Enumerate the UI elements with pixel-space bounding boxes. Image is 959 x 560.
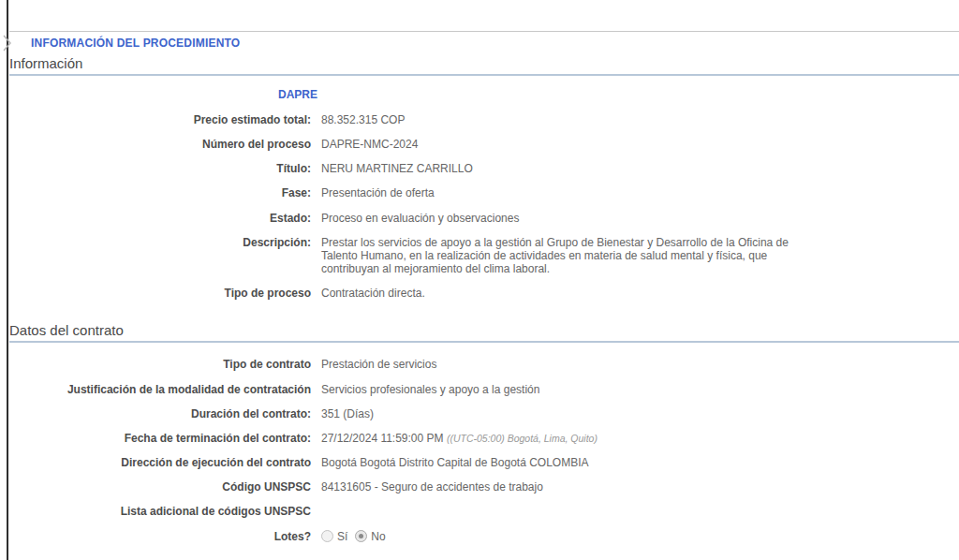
field-row-fase: Fase: Presentación de oferta xyxy=(9,186,959,199)
datos-contrato-fields: Tipo de contrato Prestación de servicios… xyxy=(9,343,959,542)
lotes-option-no[interactable]: No xyxy=(355,530,385,543)
field-row-tipo-contrato: Tipo de contrato Prestación de servicios xyxy=(9,358,959,371)
field-label: Título: xyxy=(9,162,311,175)
procedure-header-title: INFORMACIÓN DEL PROCEDIMIENTO xyxy=(31,37,240,50)
field-value: Bogotá Bogotá Distrito Capital de Bogotá… xyxy=(321,456,589,469)
field-label: Fase: xyxy=(9,186,311,199)
field-value: 27/12/2024 11:59:00 PM ((UTC-05:00) Bogo… xyxy=(321,432,598,445)
chevron-right-icon[interactable] xyxy=(2,35,15,52)
field-row-fecha-terminacion: Fecha de terminación del contrato: 27/12… xyxy=(9,432,959,445)
lotes-radio-group: Sí No xyxy=(321,530,393,543)
radio-label: No xyxy=(371,530,385,543)
entity-name: DAPRE xyxy=(278,88,317,101)
field-label: Número del proceso xyxy=(9,138,311,151)
field-value: Proceso en evaluación y observaciones xyxy=(321,212,519,225)
field-row-lotes: Lotes? Sí No xyxy=(9,530,959,543)
field-row-direccion: Dirección de ejecución del contrato Bogo… xyxy=(9,456,959,469)
field-label: Justificación de la modalidad de contrat… xyxy=(9,383,311,396)
field-row-numero-proceso: Número del proceso DAPRE-NMC-2024 xyxy=(9,138,959,151)
timezone-note: ((UTC-05:00) Bogotá, Lima, Quito) xyxy=(447,433,598,444)
section-heading-informacion: Información xyxy=(9,54,959,76)
section-heading-datos-contrato: Datos del contrato xyxy=(9,321,959,343)
field-value: Presentación de oferta xyxy=(321,186,435,199)
field-label: Código UNSPSC xyxy=(9,480,311,494)
field-label: Dirección de ejecución del contrato xyxy=(9,456,311,469)
radio-checked-icon[interactable] xyxy=(355,530,367,542)
field-label: Duración del contrato: xyxy=(9,407,311,420)
field-row-justificacion: Justificación de la modalidad de contrat… xyxy=(9,383,959,396)
field-row-tipo-proceso: Tipo de proceso Contratación directa. xyxy=(9,287,959,300)
panel-left-border xyxy=(7,0,8,560)
radio-unchecked-icon[interactable] xyxy=(321,530,333,542)
field-label: Estado: xyxy=(9,212,311,225)
field-value: NERU MARTINEZ CARRILLO xyxy=(321,162,473,175)
fecha-value: 27/12/2024 11:59:00 PM xyxy=(321,432,444,445)
field-row-codigo-unspsc: Código UNSPSC 84131605 - Seguro de accid… xyxy=(9,480,959,494)
field-value: 84131605 - Seguro de accidentes de traba… xyxy=(321,480,543,494)
field-label: Lista adicional de códigos UNSPSC xyxy=(9,505,311,518)
lotes-option-si[interactable]: Sí xyxy=(321,530,347,543)
field-row-descripcion: Descripción: Prestar los servicios de ap… xyxy=(9,236,959,275)
field-row-duracion: Duración del contrato: 351 (Días) xyxy=(9,407,959,420)
field-value: Prestación de servicios xyxy=(321,358,436,371)
field-value: DAPRE-NMC-2024 xyxy=(321,138,418,151)
field-row-precio-estimado: Precio estimado total: 88.352.315 COP xyxy=(9,113,959,126)
field-label: Precio estimado total: xyxy=(9,113,311,126)
field-label: Descripción: xyxy=(9,236,311,275)
field-row-titulo: Título: NERU MARTINEZ CARRILLO xyxy=(9,162,959,175)
informacion-fields: DAPRE Precio estimado total: 88.352.315 … xyxy=(9,76,959,300)
field-label: Fecha de terminación del contrato: xyxy=(9,432,311,445)
procedure-info-panel: INFORMACIÓN DEL PROCEDIMIENTO Informació… xyxy=(9,0,959,560)
field-row-estado: Estado: Proceso en evaluación y observac… xyxy=(9,212,959,225)
field-value: Prestar los servicios de apoyo a la gest… xyxy=(321,236,827,275)
field-value: Servicios profesionales y apoyo a la ges… xyxy=(321,383,539,396)
field-row-lista-adicional: Lista adicional de códigos UNSPSC xyxy=(9,505,959,518)
field-value: 351 (Días) xyxy=(321,407,374,420)
field-label: Lotes? xyxy=(9,530,311,543)
field-label: Tipo de contrato xyxy=(9,358,311,371)
field-label: Tipo de proceso xyxy=(9,287,311,300)
procedure-header: INFORMACIÓN DEL PROCEDIMIENTO xyxy=(9,31,959,54)
field-value: Contratación directa. xyxy=(321,287,425,300)
field-value: 88.352.315 COP xyxy=(321,113,405,126)
radio-label: Sí xyxy=(337,530,347,543)
